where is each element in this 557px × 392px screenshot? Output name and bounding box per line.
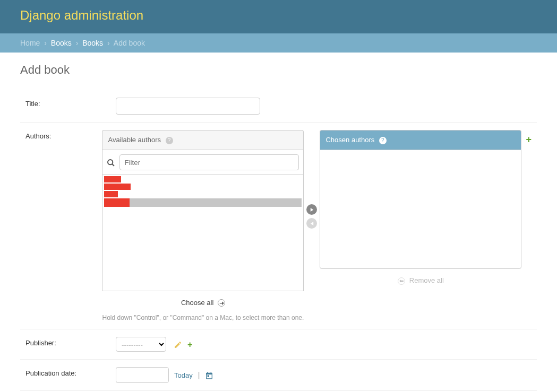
today-link[interactable]: Today bbox=[174, 371, 193, 379]
separator: | bbox=[198, 371, 200, 379]
header: Django administration bbox=[0, 0, 557, 33]
list-item[interactable] bbox=[104, 198, 302, 207]
arrow-right-icon: ➜ bbox=[218, 299, 225, 307]
title-label: Title: bbox=[25, 98, 116, 108]
breadcrumb: Home › Books › Books › Add book bbox=[0, 33, 557, 53]
publisher-label: Publisher: bbox=[25, 337, 116, 347]
edit-publisher-button[interactable] bbox=[174, 340, 182, 350]
breadcrumb-home[interactable]: Home bbox=[20, 39, 40, 47]
remove-all-button[interactable]: ⬅ Remove all bbox=[320, 269, 521, 292]
breadcrumb-separator: › bbox=[44, 39, 47, 47]
chosen-authors-panel: Chosen authors ? ⬅ Remove all bbox=[320, 130, 521, 292]
site-title[interactable]: Django administration bbox=[20, 8, 537, 23]
publisher-row: Publisher: --------- + bbox=[20, 329, 537, 360]
authors-help-text: Hold down "Control", or "Command" on a M… bbox=[102, 309, 304, 321]
move-left-button[interactable] bbox=[306, 218, 317, 229]
content: Add book Title: Authors: Available autho… bbox=[0, 53, 557, 392]
search-icon bbox=[107, 158, 115, 167]
chosen-header: Chosen authors ? bbox=[320, 130, 521, 150]
list-item[interactable] bbox=[104, 184, 131, 190]
authors-label: Authors: bbox=[25, 130, 102, 140]
breadcrumb-app[interactable]: Books bbox=[51, 39, 72, 47]
chosen-listbox[interactable] bbox=[320, 150, 521, 269]
title-row: Title: bbox=[20, 90, 537, 123]
add-publisher-button[interactable]: + bbox=[187, 340, 192, 350]
available-authors-panel: Available authors ? bbox=[102, 130, 304, 321]
breadcrumb-separator: › bbox=[107, 39, 110, 47]
help-icon[interactable]: ? bbox=[166, 137, 173, 144]
calendar-icon[interactable] bbox=[205, 370, 213, 379]
choose-all-button[interactable]: Choose all ➜ bbox=[102, 291, 304, 309]
help-icon[interactable]: ? bbox=[379, 137, 387, 144]
breadcrumb-model[interactable]: Books bbox=[82, 39, 103, 47]
arrow-left-icon: ⬅ bbox=[398, 277, 405, 285]
svg-line-1 bbox=[112, 164, 114, 166]
title-input[interactable] bbox=[116, 98, 260, 115]
available-header: Available authors ? bbox=[102, 130, 304, 150]
add-author-button[interactable]: + bbox=[526, 130, 532, 145]
breadcrumb-separator: › bbox=[76, 39, 79, 47]
available-listbox[interactable] bbox=[102, 175, 304, 291]
pubdate-row: Publication date: Today | bbox=[20, 360, 537, 391]
filter-row bbox=[102, 150, 304, 175]
pubdate-label: Publication date: bbox=[25, 367, 116, 377]
publisher-select[interactable]: --------- bbox=[116, 337, 166, 352]
list-item[interactable] bbox=[104, 191, 118, 197]
selector-controls bbox=[304, 130, 320, 229]
pubdate-input[interactable] bbox=[116, 367, 169, 383]
page-title: Add book bbox=[20, 63, 537, 77]
breadcrumb-current: Add book bbox=[114, 39, 145, 47]
filter-input[interactable] bbox=[119, 154, 299, 170]
authors-row: Authors: Available authors ? bbox=[20, 123, 537, 329]
list-item[interactable] bbox=[104, 176, 121, 182]
svg-point-0 bbox=[108, 160, 113, 164]
move-right-button[interactable] bbox=[306, 204, 317, 215]
